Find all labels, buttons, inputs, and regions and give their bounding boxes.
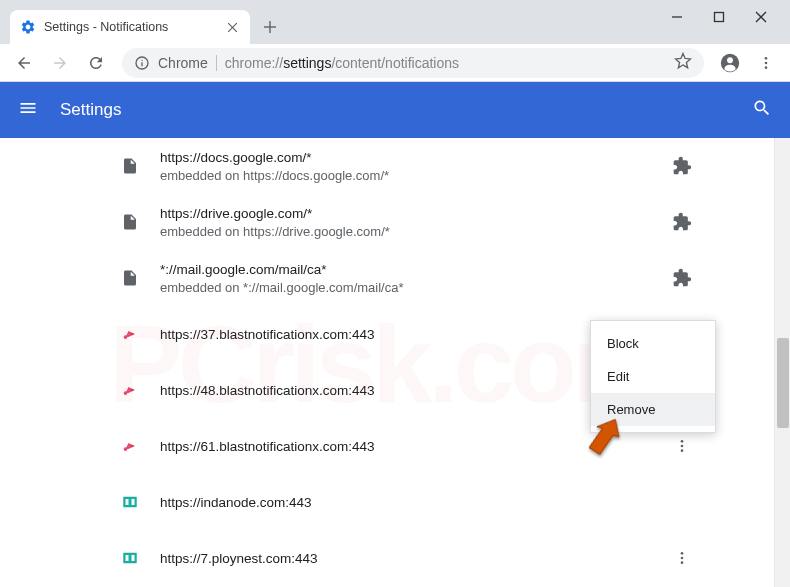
svg-point-15 [765,66,768,69]
tab-settings[interactable]: Settings - Notifications [10,10,250,44]
scrollbar-thumb[interactable] [777,338,789,428]
site-favicon [120,268,140,288]
extension-icon[interactable] [670,154,694,178]
site-row[interactable]: https://7.ploynest.com:443 [0,530,774,586]
site-row[interactable]: *://mail.google.com/mail/ca* embedded on… [0,250,774,306]
svg-point-14 [765,61,768,64]
site-sub: embedded on https://docs.google.com/* [160,168,650,183]
omnibox-prefix: Chrome [158,55,208,71]
more-icon[interactable] [670,434,694,458]
site-url: https://7.ploynest.com:443 [160,551,650,566]
menu-item-block[interactable]: Block [591,327,715,360]
svg-point-29 [681,557,684,560]
profile-avatar-icon[interactable] [714,47,746,79]
site-url: https://61.blastnotificationx.com:443 [160,439,650,454]
svg-rect-26 [126,555,129,561]
site-sub: embedded on https://drive.google.com/* [160,224,650,239]
svg-point-20 [681,445,684,448]
site-url: https://48.blastnotificationx.com:443 [160,383,650,398]
svg-rect-27 [132,555,135,561]
search-icon[interactable] [752,98,772,122]
reload-button[interactable] [80,47,112,79]
menu-icon[interactable] [750,47,782,79]
site-favicon [120,436,140,456]
site-url: https://docs.google.com/* [160,150,650,165]
hamburger-menu-icon[interactable] [18,98,38,122]
tab-title: Settings - Notifications [44,20,168,34]
minimize-button[interactable] [670,10,684,24]
svg-point-12 [727,57,733,63]
site-row[interactable]: https://drive.google.com/* embedded on h… [0,194,774,250]
svg-point-30 [681,561,684,564]
svg-rect-23 [126,499,129,505]
settings-header: Settings [0,82,790,138]
omnibox-url: chrome://settings/content/notifications [225,55,459,71]
svg-rect-1 [715,13,724,22]
site-favicon [120,212,140,232]
svg-rect-22 [123,497,137,508]
extension-icon[interactable] [670,266,694,290]
site-favicon [120,324,140,344]
site-favicon [120,156,140,176]
svg-point-28 [681,552,684,555]
menu-item-remove[interactable]: Remove [591,393,715,426]
new-tab-button[interactable] [256,13,284,41]
gear-icon [20,19,36,35]
svg-point-17 [124,391,128,395]
forward-button[interactable] [44,47,76,79]
address-bar[interactable]: Chrome chrome://settings/content/notific… [122,48,704,78]
info-icon [134,55,150,71]
site-url: https://indanode.com:443 [160,495,650,510]
svg-point-19 [681,440,684,443]
omnibox-divider [216,55,217,71]
site-row[interactable]: https://indanode.com:443 [0,474,774,530]
more-icon[interactable] [670,546,694,570]
site-url: *://mail.google.com/mail/ca* [160,262,650,277]
site-sub: embedded on *://mail.google.com/mail/ca* [160,280,650,295]
site-url: https://drive.google.com/* [160,206,650,221]
empty-action [670,490,694,514]
close-window-button[interactable] [754,10,768,24]
site-favicon [120,492,140,512]
svg-point-21 [681,449,684,452]
svg-point-10 [141,59,142,60]
context-menu: BlockEditRemove [590,320,716,433]
maximize-button[interactable] [712,10,726,24]
site-row[interactable]: https://docs.google.com/* embedded on ht… [0,138,774,194]
svg-rect-24 [132,499,135,505]
extension-icon[interactable] [670,210,694,234]
site-favicon [120,548,140,568]
svg-rect-25 [123,553,137,564]
site-url: https://37.blastnotificationx.com:443 [160,327,650,342]
svg-point-13 [765,57,768,60]
bookmark-star-icon[interactable] [674,52,692,74]
page-title: Settings [60,100,752,120]
scrollbar[interactable] [774,138,790,587]
back-button[interactable] [8,47,40,79]
browser-toolbar: Chrome chrome://settings/content/notific… [0,44,790,82]
svg-point-16 [124,335,128,339]
close-tab-icon[interactable] [224,19,240,35]
site-favicon [120,380,140,400]
svg-point-18 [124,447,128,451]
menu-item-edit[interactable]: Edit [591,360,715,393]
